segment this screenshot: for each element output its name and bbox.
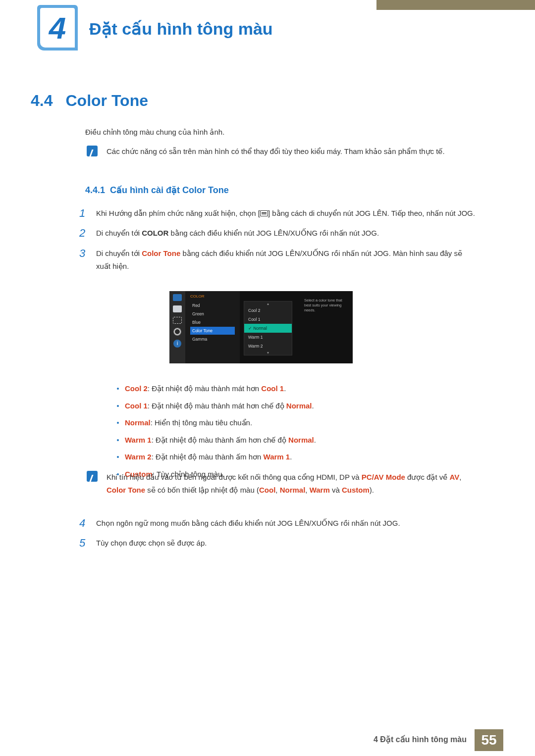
footer-page-number: 55 <box>475 729 503 751</box>
intro-text: Điều chỉnh tông màu chung của hình ảnh. <box>85 128 224 137</box>
bullet-list: Cool 2: Đặt nhiệt độ màu thành mát hơn C… <box>117 383 464 486</box>
footer: 4 Đặt cấu hình tông màu 55 <box>0 729 535 756</box>
osd-help-text: Select a color tone that best suits your… <box>304 298 349 312</box>
menu-icon <box>260 210 268 216</box>
osd-option-selected: Normal <box>244 324 292 333</box>
section-number: 4.4 <box>31 92 53 109</box>
gear-icon <box>174 328 181 335</box>
step-1: 1 Khi Hướng dẫn phím chức năng xuất hiện… <box>79 207 476 220</box>
bullet-item: Normal: Hiển thị tông màu tiêu chuẩn. <box>117 417 464 429</box>
step-2: 2 Di chuyển tới COLOR bằng cách điều khi… <box>79 227 476 240</box>
osd-menu-item: Red <box>190 302 235 309</box>
step-number: 3 <box>79 247 96 273</box>
info-icon: i <box>173 340 181 348</box>
osd-menu-header: COLOR <box>190 294 235 299</box>
document-page: 4 Đặt cấu hình tông màu 4.4Color Tone Đi… <box>0 0 535 756</box>
osd-option: Cool 2 <box>244 306 292 315</box>
footer-chapter-label: 4 Đặt cấu hình tông màu <box>374 735 467 744</box>
step-number: 5 <box>79 537 96 550</box>
step-body: Di chuyển tới COLOR bằng cách điều khiển… <box>96 227 476 240</box>
chevron-down-icon: ▾ <box>244 351 292 355</box>
osd-menu-item: Gamma <box>190 335 235 343</box>
brightness-icon <box>173 317 182 324</box>
chapter-number: 4 <box>37 5 78 50</box>
osd-option: Cool 1 <box>244 315 292 324</box>
osd-menu-item: Blue <box>190 318 235 326</box>
osd-option: Warm 1 <box>244 333 292 342</box>
step-number: 1 <box>79 207 96 220</box>
step-body: Khi Hướng dẫn phím chức năng xuất hiện, … <box>96 207 476 220</box>
steps-list: 1 Khi Hướng dẫn phím chức năng xuất hiện… <box>79 207 476 280</box>
step-body: Di chuyển tới Color Tone bằng cách điều … <box>96 247 476 273</box>
step-4: 4 Chọn ngôn ngữ mong muốn bằng cách điều… <box>79 517 476 530</box>
chapter-title: Đặt cấu hình tông màu <box>89 19 273 39</box>
step-number: 2 <box>79 227 96 240</box>
osd-menu: COLOR Red Green Blue Color Tone Gamma <box>185 291 240 363</box>
subsection-title: Cấu hình cài đặt Color Tone <box>110 185 229 195</box>
step-number: 4 <box>79 517 96 530</box>
bullet-item: Warm 1: Đặt nhiệt độ màu thành ấm hơn ch… <box>117 435 464 446</box>
osd-option: Warm 2 <box>244 342 292 351</box>
step-body: Chọn ngôn ngữ mong muốn bằng cách điều k… <box>96 517 476 530</box>
note-icon <box>87 471 98 482</box>
note-text-2: Khi tín hiệu đầu vào từ bên ngoài được k… <box>107 471 478 497</box>
section-title: Color Tone <box>65 92 148 109</box>
bullet-item: Warm 2: Đặt nhiệt độ màu thành ấm hơn Wa… <box>117 452 464 463</box>
osd-sidebar: i <box>169 291 185 363</box>
note-text: Các chức năng có sẵn trên màn hình có th… <box>107 146 478 158</box>
osd-options: ▴ Cool 2 Cool 1 Normal Warm 1 Warm 2 ▾ <box>244 301 292 355</box>
osd-menu-item-selected: Color Tone <box>190 327 235 335</box>
steps-list-cont: 4 Chọn ngôn ngữ mong muốn bằng cách điều… <box>79 517 476 557</box>
note-icon <box>87 146 98 156</box>
section-heading: 4.4Color Tone <box>31 92 148 110</box>
step-body: Tùy chọn được chọn sẽ được áp. <box>96 537 476 550</box>
osd-menu-item: Green <box>190 310 235 318</box>
osd-screenshot: i COLOR Red Green Blue Color Tone Gamma … <box>169 291 353 363</box>
list-icon <box>173 305 182 312</box>
top-corner-tab <box>376 0 535 10</box>
subsection-number: 4.4.1 <box>85 185 105 195</box>
step-5: 5 Tùy chọn được chọn sẽ được áp. <box>79 537 476 550</box>
chevron-up-icon: ▴ <box>244 302 292 306</box>
bullet-item: Cool 1: Đặt nhiệt độ màu thành mát hơn c… <box>117 401 464 412</box>
subsection-heading: 4.4.1 Cấu hình cài đặt Color Tone <box>85 185 229 196</box>
chapter-badge: 4 <box>37 5 78 50</box>
step-3: 3 Di chuyển tới Color Tone bằng cách điề… <box>79 247 476 273</box>
monitor-icon <box>173 294 182 301</box>
bullet-item: Cool 2: Đặt nhiệt độ màu thành mát hơn C… <box>117 383 464 395</box>
